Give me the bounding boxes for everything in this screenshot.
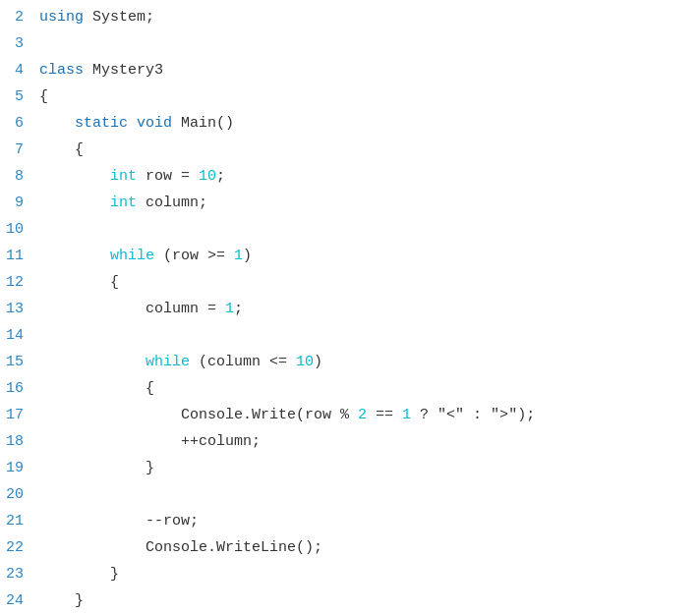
code-line: } — [39, 561, 700, 587]
line-number: 6 — [0, 110, 24, 137]
code-line: int row = 10; — [39, 163, 700, 190]
code-token: } — [39, 460, 154, 476]
code-token: int — [110, 168, 137, 185]
code-line: --row; — [39, 508, 700, 534]
line-number: 15 — [0, 349, 24, 375]
code-token: 1 — [234, 248, 243, 264]
code-token: { — [39, 88, 48, 105]
code-line: { — [39, 375, 700, 402]
line-number: 7 — [0, 137, 24, 163]
code-line: { — [39, 84, 700, 110]
code-token: 1 — [402, 407, 411, 423]
line-numbers: 2345678910111213141516171819202122232425 — [0, 4, 35, 613]
code-token: } — [39, 566, 119, 583]
code-line: using System; — [39, 4, 700, 30]
line-number: 2 — [0, 4, 24, 30]
code-line: Console.WriteLine(); — [39, 534, 700, 561]
code-line: class Mystery3 — [39, 57, 700, 84]
code-token: { — [39, 141, 84, 158]
line-number: 16 — [0, 375, 24, 402]
code-token: Console.WriteLine(); — [39, 539, 322, 556]
code-token: System; — [84, 9, 154, 26]
line-number: 18 — [0, 428, 24, 455]
code-line: Console.Write(row % 2 == 1 ? "<" : ">"); — [39, 402, 700, 428]
code-token — [39, 195, 110, 211]
code-token: Mystery3 — [84, 62, 163, 79]
code-token: class — [39, 62, 84, 79]
line-number: 23 — [0, 561, 24, 587]
code-token: ? "<" : ">"); — [411, 407, 535, 423]
code-token: } — [39, 592, 84, 609]
code-token: Console.Write(row % — [39, 407, 358, 423]
code-token: void — [137, 115, 172, 132]
code-token: Main() — [172, 115, 234, 132]
code-line: ++column; — [39, 428, 700, 455]
code-token: while — [146, 354, 190, 370]
line-number: 13 — [0, 296, 24, 322]
code-line: static void Main() — [39, 110, 700, 137]
line-number: 14 — [0, 322, 24, 349]
code-token: int — [110, 195, 137, 211]
code-line: column = 1; — [39, 296, 700, 322]
code-token — [39, 115, 75, 132]
code-line: { — [39, 269, 700, 296]
code-token: ; — [234, 301, 243, 317]
code-line — [39, 322, 700, 349]
code-token: { — [39, 274, 119, 291]
code-line — [39, 481, 700, 508]
code-token: static — [75, 115, 128, 132]
code-token: 10 — [199, 168, 216, 185]
code-token: column; — [137, 195, 207, 211]
code-token: ) — [314, 354, 322, 370]
code-token: 10 — [296, 354, 314, 370]
line-number: 12 — [0, 269, 24, 296]
line-number: 17 — [0, 402, 24, 428]
line-number: 8 — [0, 163, 24, 190]
code-line: while (column <= 10) — [39, 349, 700, 375]
code-token: --row; — [39, 513, 199, 529]
line-number: 5 — [0, 84, 24, 110]
line-number: 11 — [0, 243, 24, 269]
code-line: while (row >= 1) — [39, 243, 700, 269]
code-line — [39, 30, 700, 57]
line-number: 24 — [0, 587, 24, 613]
code-token: row = — [137, 168, 199, 185]
code-line: } — [39, 587, 700, 613]
code-line: { — [39, 137, 700, 163]
line-number: 9 — [0, 190, 24, 216]
code-line — [39, 216, 700, 243]
code-token: while — [110, 248, 154, 264]
code-token — [39, 168, 110, 185]
line-number: 21 — [0, 508, 24, 534]
code-token: using — [39, 9, 84, 26]
code-token: == — [367, 407, 402, 423]
code-token: 2 — [358, 407, 367, 423]
code-token — [128, 115, 137, 132]
line-number: 20 — [0, 481, 24, 508]
code-line: int column; — [39, 190, 700, 216]
code-token: (row >= — [154, 248, 234, 264]
line-number: 4 — [0, 57, 24, 84]
code-token: ; — [216, 168, 225, 185]
line-number: 3 — [0, 30, 24, 57]
code-token: ++column; — [39, 433, 261, 450]
code-token: column = — [39, 301, 225, 317]
code-token: { — [39, 380, 154, 397]
line-number: 22 — [0, 534, 24, 561]
code-token: (column <= — [190, 354, 296, 370]
code-editor: 2345678910111213141516171819202122232425… — [0, 0, 700, 613]
line-number: 19 — [0, 455, 24, 481]
code-line: } — [39, 455, 700, 481]
code-token — [39, 248, 110, 264]
code-content: using System; class Mystery3{ static voi… — [35, 4, 700, 613]
code-token: 1 — [225, 301, 234, 317]
line-number: 10 — [0, 216, 24, 243]
code-token: ) — [243, 248, 252, 264]
code-token — [39, 354, 146, 370]
